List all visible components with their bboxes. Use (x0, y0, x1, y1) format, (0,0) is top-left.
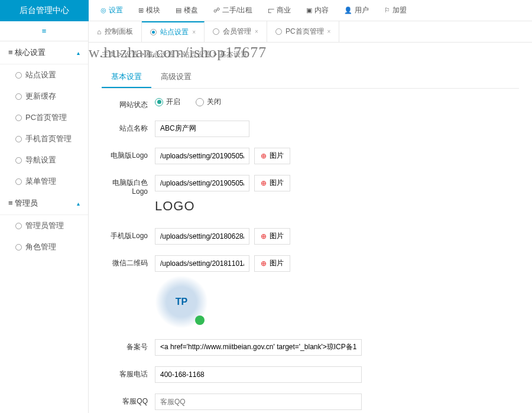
close-icon[interactable]: × (255, 28, 258, 35)
sidebar-item-role[interactable]: 角色管理 (0, 236, 88, 258)
radio-status-off[interactable]: 关闭 (196, 97, 221, 107)
input-beian[interactable] (155, 339, 362, 356)
label-mobilelogo: 手机版Logo (102, 228, 155, 241)
btn-upload-pclogo[interactable]: ⊕图片 (254, 148, 290, 164)
plus-icon: ⊕ (261, 232, 267, 240)
sidebar-group-admin[interactable]: ≡ 管理员▴ (0, 192, 88, 215)
plus-icon: ⊕ (261, 179, 267, 187)
chevron-up-icon: ▴ (77, 200, 80, 207)
qr-preview: TP (155, 275, 208, 329)
radio-icon (275, 28, 282, 35)
radio-icon (213, 28, 219, 35)
subtab-advanced[interactable]: 高级设置 (151, 67, 201, 88)
sidebar-item-adminmgr[interactable]: 管理员管理 (0, 215, 88, 236)
input-qq[interactable] (155, 394, 362, 410)
nav-loupan[interactable]: ▤楼盘 (176, 5, 198, 15)
top-nav: ◎设置 ⊞模块 ▤楼盘 ☍二手/出租 ⫍商业 ▣内容 👤用户 ⚐加盟 (89, 0, 532, 21)
logo-preview: LOGO (155, 195, 519, 217)
grid-icon: ⊞ (138, 6, 144, 14)
nav-business[interactable]: ⫍商业 (268, 5, 291, 15)
sidebar-item-nav[interactable]: 导航设置 (0, 149, 88, 171)
close-icon[interactable]: × (327, 28, 331, 35)
input-pclogo[interactable] (155, 148, 249, 164)
tab-dashboard[interactable]: ⌂控制面板 (89, 21, 142, 42)
subtab-basic[interactable]: 基本设置 (102, 67, 151, 88)
btn-upload-wechatqr[interactable]: ⊕图片 (254, 255, 290, 272)
radio-icon (150, 29, 157, 35)
chart-icon: ⫍ (268, 7, 274, 14)
link-icon: ☍ (213, 6, 220, 14)
sidebar-collapse[interactable]: ≡ (0, 21, 88, 41)
btn-upload-pcwhitelogo[interactable]: ⊕图片 (254, 175, 290, 191)
gear-icon: ◎ (100, 6, 106, 14)
nav-rent[interactable]: ☍二手/出租 (213, 5, 252, 15)
chevron-up-icon: ▴ (77, 50, 80, 56)
breadcrumb: https://www.huzhan.com/ishop17677 主页 > 设… (89, 43, 532, 67)
tab-pchome[interactable]: PC首页管理× (267, 21, 340, 42)
user-icon: 👤 (344, 6, 352, 14)
nav-content[interactable]: ▣内容 (306, 5, 329, 15)
label-phone: 客服电话 (102, 366, 155, 379)
page-tabs: ⌂控制面板 站点设置× 会员管理× PC首页管理× (89, 21, 532, 43)
sidebar-item-pchome[interactable]: PC首页管理 (0, 107, 88, 128)
nav-settings[interactable]: ◎设置 (100, 5, 123, 15)
plus-icon: ⊕ (261, 152, 267, 160)
sidebar-item-cache[interactable]: 更新缓存 (0, 86, 88, 107)
menu-icon: ≡ (42, 27, 47, 35)
label-pcwhitelogo: 电脑版白色Logo (102, 175, 155, 197)
label-sitename: 站点名称 (102, 121, 155, 134)
nav-module[interactable]: ⊞模块 (138, 5, 160, 15)
input-pcwhitelogo[interactable] (155, 175, 249, 191)
sidebar-item-site[interactable]: 站点设置 (0, 64, 88, 86)
input-mobilelogo[interactable] (155, 228, 249, 245)
input-sitename[interactable] (155, 121, 249, 137)
sidebar-item-menu[interactable]: 菜单管理 (0, 171, 88, 192)
sidebar: ≡ ≡ 核心设置▴ 站点设置 更新缓存 PC首页管理 手机首页管理 导航设置 菜… (0, 21, 89, 413)
home-icon: ⌂ (97, 28, 101, 36)
nav-join[interactable]: ⚐加盟 (384, 5, 407, 15)
nav-user[interactable]: 👤用户 (344, 5, 369, 15)
label-pclogo: 电脑版Logo (102, 148, 155, 161)
plus-icon: ⊕ (261, 259, 267, 268)
label-beian: 备案号 (102, 339, 155, 352)
input-wechatqr[interactable] (155, 255, 249, 272)
close-icon[interactable]: × (192, 29, 196, 35)
doc-icon: ▣ (306, 6, 312, 14)
app-logo: 后台管理中心 (0, 0, 89, 21)
radio-status-on[interactable]: 开启 (155, 97, 180, 107)
tab-site-settings[interactable]: 站点设置× (142, 21, 205, 42)
label-wechatqr: 微信二维码 (102, 255, 155, 268)
tab-member[interactable]: 会员管理× (205, 21, 267, 42)
sidebar-group-core[interactable]: ≡ 核心设置▴ (0, 41, 88, 64)
label-status: 网站状态 (102, 97, 155, 110)
sidebar-item-mobilehome[interactable]: 手机首页管理 (0, 128, 88, 149)
label-qq: 客服QQ (102, 394, 155, 407)
building-icon: ▤ (176, 6, 181, 14)
settings-form: 网站状态 开启 关闭 站点名称 电脑版Logo ⊕图片 电脑版白色Logo (89, 89, 532, 413)
input-phone[interactable] (155, 366, 362, 383)
btn-upload-mobilelogo[interactable]: ⊕图片 (254, 228, 290, 245)
flag-icon: ⚐ (384, 6, 390, 14)
sub-tabs: 基本设置 高级设置 (102, 67, 519, 89)
